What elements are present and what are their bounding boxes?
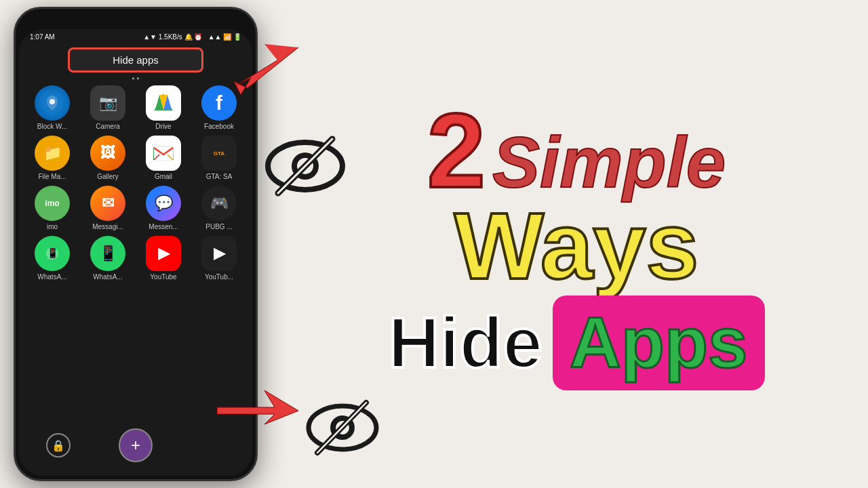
red-arrow-bottom — [217, 384, 298, 441]
app-item-pubg[interactable]: 🎮 PUBG ... — [194, 186, 244, 230]
red-arrow-top — [197, 41, 305, 111]
app-item-gallery[interactable]: 🖼 Gallery — [83, 136, 133, 180]
status-time: 1:07 AM — [30, 33, 55, 41]
gmail-icon — [146, 136, 181, 171]
app-item-camera[interactable]: 📷 Camera — [83, 85, 133, 130]
eye-slash-icon-bottom — [298, 397, 387, 461]
app-label-imo: imo — [47, 223, 58, 230]
app-item-drive[interactable]: Drive — [138, 85, 189, 130]
messenger-icon: 💬 — [146, 186, 181, 221]
camera-icon: 📷 — [90, 85, 125, 121]
whatsapp2-icon: 📱 — [90, 236, 125, 271]
svg-point-1 — [50, 99, 55, 104]
whatsapp1-icon: 📱 — [35, 236, 70, 271]
messaging-icon: ✉ — [90, 186, 125, 221]
app-item-whatsapp2[interactable]: 📱 WhatsA... — [83, 236, 133, 281]
app-label-filema: File Ma... — [38, 173, 66, 180]
status-signal: ▲▼ 1.5KB/s 🔔 ⏰ ▲▲ 📶 🔋 — [143, 33, 241, 41]
title-row-1: 2 Simple — [298, 98, 854, 203]
app-grid: Block W... 📷 Camera — [19, 85, 252, 281]
app-item-youtube[interactable]: ▶ YouTube — [138, 236, 189, 281]
number-2: 2 — [427, 98, 486, 203]
simple-text: Simple — [492, 127, 726, 198]
filema-icon: 📁 — [35, 136, 70, 171]
app-item-whatsapp1[interactable]: 📱 WhatsA... — [27, 236, 77, 281]
app-item-gtasa[interactable]: GTA GTA: SA — [194, 136, 244, 180]
app-label-youtubetv: YouTub... — [205, 273, 233, 281]
gallery-icon: 🖼 — [90, 136, 125, 171]
app-label-youtube: YouTube — [150, 273, 176, 281]
svg-text:📱: 📱 — [47, 247, 59, 259]
app-label-camera: Camera — [96, 123, 120, 130]
apps-badge: Apps — [553, 296, 765, 390]
hide-text: Hide — [388, 302, 542, 384]
lock-button[interactable]: 🔒 — [46, 433, 71, 458]
app-item-youtubetv[interactable]: ▶ YouTub... — [194, 236, 244, 281]
svg-marker-9 — [264, 44, 298, 61]
app-label-gtasa: GTA: SA — [206, 173, 233, 180]
title-row-2: Ways — [298, 203, 854, 289]
app-label-messenger: Messen... — [149, 223, 178, 230]
app-item-messaging[interactable]: ✉ Messagi... — [83, 186, 133, 230]
app-item-filema[interactable]: 📁 File Ma... — [27, 136, 77, 180]
pubg-icon: 🎮 — [201, 186, 237, 221]
drive-icon — [146, 85, 181, 121]
app-item-gmail[interactable]: Gmail — [138, 136, 189, 180]
app-label-blockw: Block W... — [37, 123, 67, 130]
youtube-icon: ▶ — [146, 236, 181, 271]
app-label-gmail: Gmail — [155, 173, 172, 180]
svg-marker-15 — [217, 390, 298, 424]
app-label-gallery: Gallery — [97, 173, 119, 180]
app-item-imo[interactable]: imo imo — [27, 186, 77, 230]
app-label-facebook: Facebook — [204, 123, 234, 130]
apps-text: Apps — [570, 303, 748, 382]
blockw-icon — [35, 85, 70, 121]
app-label-messaging: Messagi... — [92, 223, 123, 230]
eye-slash-icon-top — [258, 132, 353, 203]
ways-text: Ways — [454, 192, 699, 299]
app-label-pubg: PUBG ... — [205, 223, 232, 230]
app-item-blockw[interactable]: Block W... — [27, 85, 77, 130]
hide-apps-button[interactable]: Hide apps — [68, 47, 203, 73]
app-label-whatsapp1: WhatsA... — [37, 273, 66, 281]
imo-icon: imo — [35, 186, 70, 221]
gtasa-icon: GTA — [201, 136, 237, 171]
app-item-messenger[interactable]: 💬 Messen... — [138, 186, 189, 230]
title-row-3: Hide Apps — [298, 296, 854, 390]
add-button[interactable]: + — [119, 428, 153, 462]
youtubetv-icon: ▶ — [201, 236, 237, 271]
app-label-drive: Drive — [155, 123, 171, 130]
app-label-whatsapp2: WhatsA... — [93, 273, 122, 281]
